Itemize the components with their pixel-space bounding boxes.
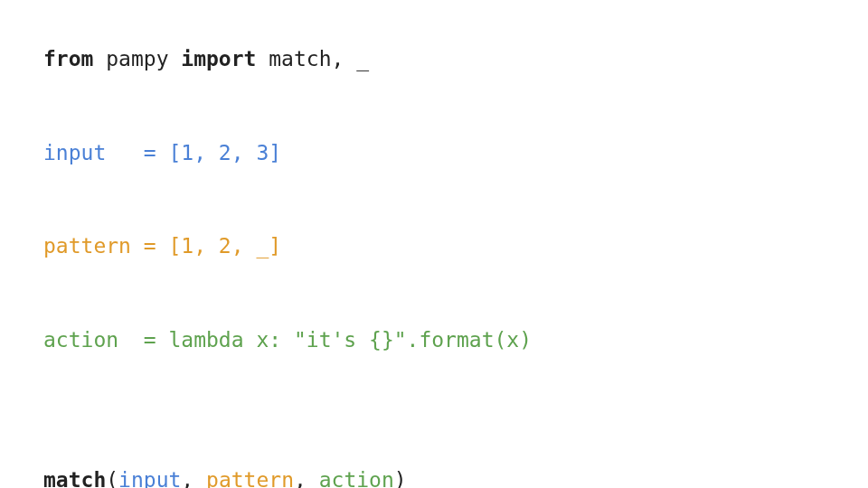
kw-import: import [181, 47, 256, 70]
line-input: input = [1, 2, 3] [43, 141, 281, 164]
action-value: = lambda x: "it's {}".format(x) [118, 328, 532, 352]
pattern-value: = [1, 2, _] [131, 234, 281, 258]
var-action: action [43, 328, 118, 352]
comma-1: , [181, 468, 206, 488]
code-snippet: from pampy import match, _ input = [1, 2… [0, 0, 868, 488]
input-value: = [1, 2, 3] [106, 141, 281, 164]
arg-action: action [319, 468, 394, 488]
arg-pattern: pattern [206, 468, 294, 488]
paren-close: ) [394, 468, 407, 488]
line-call: match(input, pattern, action) [43, 468, 407, 488]
var-pattern: pattern [43, 234, 131, 258]
comma-2: , [294, 468, 319, 488]
var-input: input [43, 141, 106, 164]
line-action: action = lambda x: "it's {}".format(x) [43, 328, 532, 352]
fn-match: match [43, 468, 106, 488]
line-import: from pampy import match, _ [43, 47, 369, 70]
kw-from: from [43, 47, 93, 70]
module-name: pampy [93, 47, 181, 70]
line-pattern: pattern = [1, 2, _] [43, 234, 281, 258]
arg-input: input [118, 468, 181, 488]
paren-open: ( [106, 468, 118, 488]
import-names: match, _ [256, 47, 369, 70]
